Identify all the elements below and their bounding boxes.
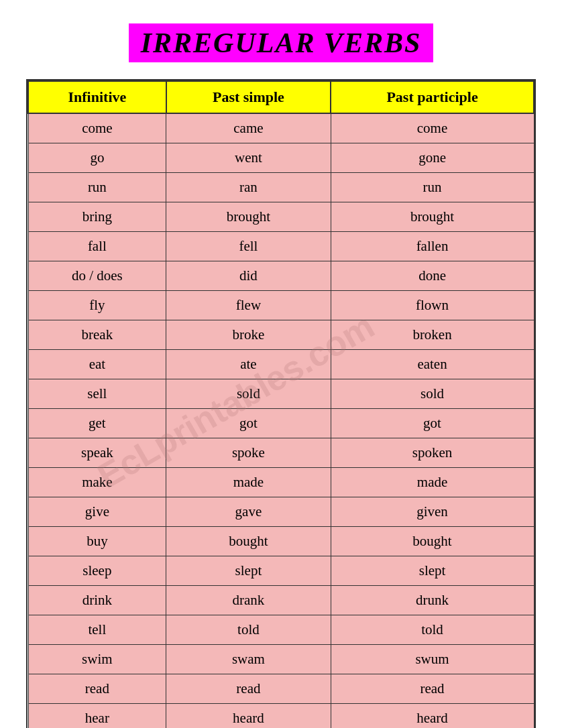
table-row: getgotgot: [28, 409, 534, 438]
table-row: runranrun: [28, 173, 534, 202]
cell-2-0: run: [28, 173, 166, 202]
cell-16-1: drank: [166, 586, 331, 615]
cell-9-0: sell: [28, 379, 166, 409]
irregular-verbs-table: Infinitive Past simple Past participle c…: [27, 80, 535, 728]
cell-6-1: flew: [166, 291, 331, 320]
cell-1-1: went: [166, 143, 331, 173]
cell-5-1: did: [166, 261, 331, 291]
cell-4-0: fall: [28, 232, 166, 261]
cell-12-2: made: [331, 468, 534, 497]
table-row: eatateeaten: [28, 350, 534, 379]
cell-9-1: sold: [166, 379, 331, 409]
title-wrapper: IRREGULAR VERBS: [129, 27, 434, 59]
cell-10-1: got: [166, 409, 331, 438]
cell-7-0: break: [28, 320, 166, 350]
cell-1-0: go: [28, 143, 166, 173]
cell-5-2: done: [331, 261, 534, 291]
cell-15-0: sleep: [28, 556, 166, 586]
cell-17-1: told: [166, 615, 331, 645]
cell-15-1: slept: [166, 556, 331, 586]
cell-10-2: got: [331, 409, 534, 438]
cell-15-2: slept: [331, 556, 534, 586]
table-row: speakspokespoken: [28, 438, 534, 468]
cell-16-0: drink: [28, 586, 166, 615]
cell-20-2: heard: [331, 704, 534, 729]
cell-0-0: come: [28, 113, 166, 143]
table-row: comecamecome: [28, 113, 534, 143]
col-header-past-participle: Past participle: [331, 81, 534, 113]
cell-0-2: come: [331, 113, 534, 143]
cell-13-2: given: [331, 497, 534, 527]
table-row: bringbroughtbrought: [28, 202, 534, 232]
cell-10-0: get: [28, 409, 166, 438]
table-row: hearheardheard: [28, 704, 534, 729]
table-row: sellsoldsold: [28, 379, 534, 409]
cell-12-0: make: [28, 468, 166, 497]
table-row: givegavegiven: [28, 497, 534, 527]
cell-17-0: tell: [28, 615, 166, 645]
cell-2-2: run: [331, 173, 534, 202]
cell-13-0: give: [28, 497, 166, 527]
cell-19-1: read: [166, 674, 331, 704]
cell-11-1: spoke: [166, 438, 331, 468]
cell-1-2: gone: [331, 143, 534, 173]
verb-table-container: Infinitive Past simple Past participle c…: [26, 79, 536, 728]
cell-18-2: swum: [331, 645, 534, 674]
table-header-row: Infinitive Past simple Past participle: [28, 81, 534, 113]
cell-18-0: swim: [28, 645, 166, 674]
table-row: gowentgone: [28, 143, 534, 173]
cell-18-1: swam: [166, 645, 331, 674]
cell-12-1: made: [166, 468, 331, 497]
cell-14-2: bought: [331, 527, 534, 556]
cell-4-1: fell: [166, 232, 331, 261]
cell-7-1: broke: [166, 320, 331, 350]
cell-8-0: eat: [28, 350, 166, 379]
cell-14-0: buy: [28, 527, 166, 556]
cell-0-1: came: [166, 113, 331, 143]
table-row: fallfellfallen: [28, 232, 534, 261]
col-header-infinitive: Infinitive: [28, 81, 166, 113]
cell-19-2: read: [331, 674, 534, 704]
cell-19-0: read: [28, 674, 166, 704]
cell-2-1: ran: [166, 173, 331, 202]
cell-17-2: told: [331, 615, 534, 645]
table-row: makemademade: [28, 468, 534, 497]
cell-13-1: gave: [166, 497, 331, 527]
cell-7-2: broken: [331, 320, 534, 350]
cell-8-2: eaten: [331, 350, 534, 379]
cell-16-2: drunk: [331, 586, 534, 615]
cell-20-1: heard: [166, 704, 331, 729]
table-row: sleepsleptslept: [28, 556, 534, 586]
table-row: swimswamswum: [28, 645, 534, 674]
cell-5-0: do / does: [28, 261, 166, 291]
col-header-past-simple: Past simple: [166, 81, 331, 113]
cell-3-2: brought: [331, 202, 534, 232]
table-row: readreadread: [28, 674, 534, 704]
table-row: do / doesdiddone: [28, 261, 534, 291]
table-row: flyflewflown: [28, 291, 534, 320]
cell-6-2: flown: [331, 291, 534, 320]
cell-20-0: hear: [28, 704, 166, 729]
cell-9-2: sold: [331, 379, 534, 409]
cell-8-1: ate: [166, 350, 331, 379]
table-row: drinkdrankdrunk: [28, 586, 534, 615]
table-row: breakbrokebroken: [28, 320, 534, 350]
cell-6-0: fly: [28, 291, 166, 320]
table-row: telltoldtold: [28, 615, 534, 645]
cell-3-0: bring: [28, 202, 166, 232]
cell-4-2: fallen: [331, 232, 534, 261]
page-title: IRREGULAR VERBS: [129, 23, 434, 62]
cell-11-0: speak: [28, 438, 166, 468]
table-row: buyboughtbought: [28, 527, 534, 556]
cell-3-1: brought: [166, 202, 331, 232]
cell-11-2: spoken: [331, 438, 534, 468]
cell-14-1: bought: [166, 527, 331, 556]
